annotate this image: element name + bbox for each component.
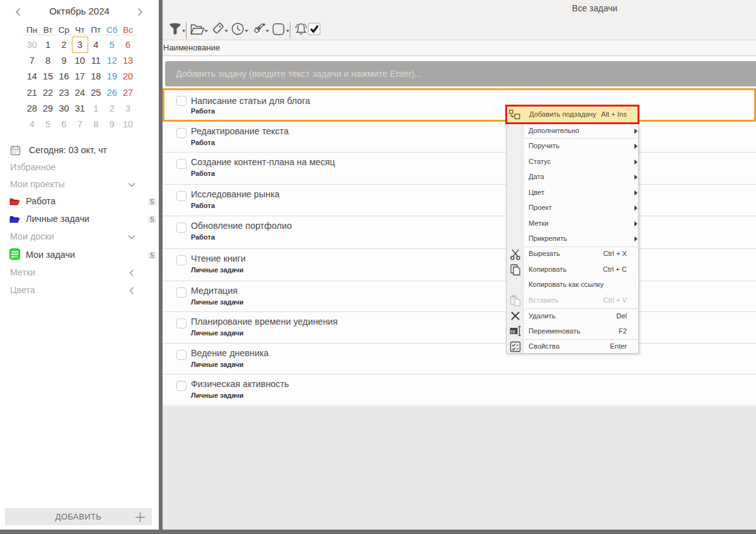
svg-text:re: re: [511, 328, 516, 335]
